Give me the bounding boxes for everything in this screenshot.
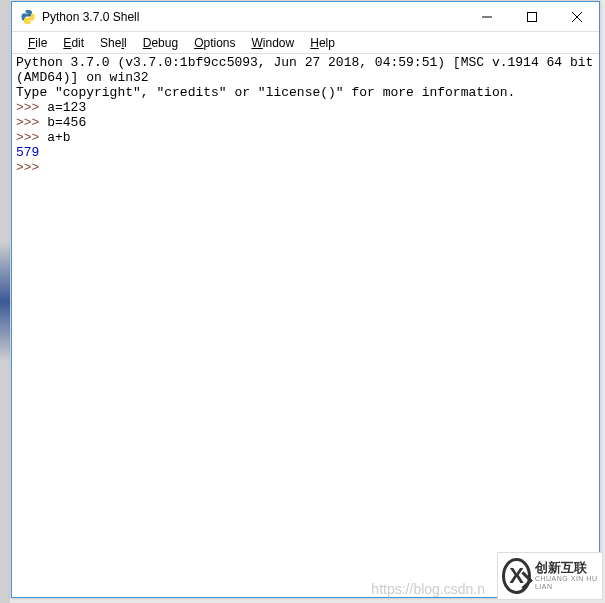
- banner-line: Python 3.7.0 (v3.7.0:1bf9cc5093, Jun 27 …: [16, 55, 599, 85]
- svg-rect-1: [527, 12, 536, 21]
- prompt: >>>: [16, 160, 39, 175]
- titlebar[interactable]: Python 3.7.0 Shell: [12, 2, 599, 32]
- menu-shell[interactable]: Shell: [92, 34, 135, 52]
- input-line: b=456: [47, 115, 86, 130]
- python-icon: [20, 9, 36, 25]
- menubar: File Edit Shell Debug Options Window Hel…: [12, 32, 599, 54]
- background-strip: [0, 0, 10, 603]
- close-button[interactable]: [554, 2, 599, 31]
- banner-line: Type "copyright", "credits" or "license(…: [16, 85, 515, 100]
- logo-main-text: 创新互联: [535, 561, 598, 575]
- menu-edit[interactable]: Edit: [55, 34, 92, 52]
- logo-icon: X: [502, 558, 531, 594]
- minimize-button[interactable]: [464, 2, 509, 31]
- logo-sub-text: CHUANG XIN HU LIAN: [535, 575, 598, 590]
- watermark-url: https://blog.csdn.n: [371, 581, 485, 597]
- menu-options[interactable]: Options: [186, 34, 243, 52]
- input-line: a+b: [47, 130, 70, 145]
- logo-text: 创新互联 CHUANG XIN HU LIAN: [535, 561, 598, 591]
- window-controls: [464, 2, 599, 31]
- maximize-button[interactable]: [509, 2, 554, 31]
- prompt: >>>: [16, 100, 39, 115]
- prompt: >>>: [16, 115, 39, 130]
- output-line: 579: [16, 145, 39, 160]
- input-line: a=123: [47, 100, 86, 115]
- window-title: Python 3.7.0 Shell: [42, 10, 464, 24]
- python-shell-window: Python 3.7.0 Shell File Edit Shell Debug…: [11, 1, 600, 598]
- menu-help[interactable]: Help: [302, 34, 343, 52]
- menu-debug[interactable]: Debug: [135, 34, 186, 52]
- watermark-logo: X 创新互联 CHUANG XIN HU LIAN: [497, 552, 603, 600]
- menu-file[interactable]: File: [20, 34, 55, 52]
- prompt: >>>: [16, 130, 39, 145]
- shell-content[interactable]: Python 3.7.0 (v3.7.0:1bf9cc5093, Jun 27 …: [12, 54, 599, 597]
- menu-window[interactable]: Window: [244, 34, 303, 52]
